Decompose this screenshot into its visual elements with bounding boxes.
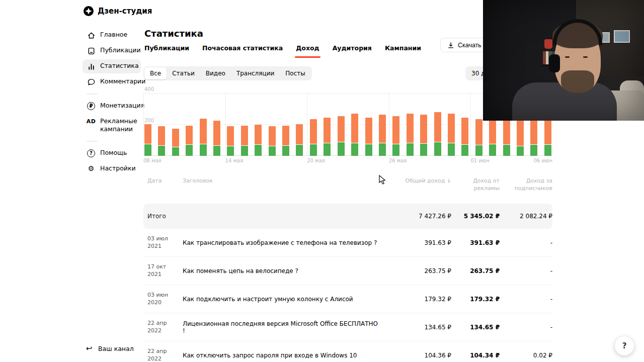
- sidebar-item-monetization[interactable]: ₽ Монетизация: [83, 99, 141, 113]
- income-table: Дата Заголовок Общий доход ↓ Доход от ре…: [143, 177, 552, 362]
- sidebar-item-your-channel[interactable]: ↩ Ваш канал: [85, 344, 134, 353]
- sidebar-item-label: Статистика: [100, 62, 139, 70]
- chart-bar[interactable]: [392, 93, 399, 156]
- bar-segment-subscriber-income: [475, 145, 482, 156]
- sidebar-item-main[interactable]: Главное: [83, 28, 141, 42]
- total-ad-income: 5 345.02 ₽: [451, 213, 500, 220]
- x-tick: 14 мая: [225, 158, 244, 163]
- bar-segment-subscriber-income: [172, 147, 179, 156]
- tab-hourly-stats[interactable]: Почасовая статистика: [202, 44, 283, 58]
- tab-audience[interactable]: Аудитория: [333, 44, 372, 58]
- filter-posts[interactable]: Посты: [280, 67, 310, 79]
- chart-bar[interactable]: [186, 93, 193, 156]
- table-row[interactable]: 03 июл2021 Как транслировать изображение…: [143, 229, 552, 257]
- bar-segment-subscriber-income: [420, 144, 427, 156]
- comments-icon: [87, 77, 96, 86]
- col-header-total-income-sort[interactable]: Общий доход ↓: [391, 177, 451, 185]
- bar-segment-subscriber-income: [544, 145, 551, 156]
- filter-streams[interactable]: Трансляции: [231, 67, 280, 79]
- table-row[interactable]: 17 окт2021 Как поменять цепь на велосипе…: [143, 257, 552, 285]
- filter-all[interactable]: Все: [144, 67, 167, 79]
- zen-logo-icon: [84, 6, 94, 16]
- help-icon: ?: [87, 149, 96, 158]
- chart-bar[interactable]: [144, 93, 151, 156]
- chart-bar[interactable]: [241, 93, 248, 156]
- sidebar-item-ad-campaigns[interactable]: AD Рекламные кампании: [83, 115, 141, 136]
- chart-bar[interactable]: [324, 93, 331, 156]
- table-row[interactable]: 22 апр2022 Как отключить запрос пароля п…: [143, 341, 552, 362]
- sidebar-item-publications[interactable]: Публикации: [83, 44, 141, 58]
- filter-articles[interactable]: Статьи: [167, 67, 200, 79]
- table-row[interactable]: 03 июн2020 Как подключить и настроит умн…: [143, 285, 552, 313]
- sidebar-item-help[interactable]: ? Помощь: [83, 146, 141, 160]
- bar-segment-subscriber-income: [434, 142, 441, 156]
- cell-total: 391.63 ₽: [391, 239, 451, 246]
- bar-segment-subscriber-income: [503, 145, 510, 156]
- sidebar-item-label: Рекламные кампании: [100, 117, 137, 134]
- cell-date: 03 июл2021: [147, 235, 183, 250]
- chart-bar[interactable]: [200, 93, 207, 156]
- bar-segment-subscriber-income: [530, 145, 537, 156]
- tab-publications[interactable]: Публикации: [144, 44, 189, 58]
- chart-bar[interactable]: [420, 93, 427, 156]
- chart-bar[interactable]: [379, 93, 386, 156]
- chart-bar[interactable]: [475, 93, 482, 156]
- col-header-ad-income[interactable]: Доход от рекламы: [451, 177, 500, 193]
- bar-segment-ad-income: [227, 126, 234, 146]
- bar-segment-ad-income: [200, 119, 207, 144]
- webcam-vignette: [483, 0, 644, 121]
- bar-segment-ad-income: [296, 124, 303, 145]
- bar-segment-subscriber-income: [338, 142, 345, 156]
- sidebar-item-comments[interactable]: Комментарии: [83, 75, 141, 89]
- chart-bar[interactable]: [227, 93, 234, 156]
- tab-income[interactable]: Доход: [296, 44, 319, 58]
- chart-bar[interactable]: [365, 93, 372, 156]
- bar-segment-subscriber-income: [448, 143, 455, 156]
- sidebar-item-statistics[interactable]: Статистика: [83, 59, 141, 73]
- publications-icon: [87, 46, 96, 55]
- bar-segment-ad-income: [503, 118, 510, 144]
- col-header-date: Дата: [147, 177, 183, 185]
- col-header-subscriber-income[interactable]: Доход за подписчиков: [500, 177, 552, 193]
- cell-title: Как транслировать изображение с телефона…: [183, 239, 391, 246]
- chart-bar[interactable]: [434, 93, 441, 156]
- chart-bar[interactable]: [158, 93, 165, 156]
- bar-segment-subscriber-income: [324, 143, 331, 156]
- table-row[interactable]: 22 апр2022 Лицензионная последняя версия…: [143, 313, 552, 341]
- cell-date: 03 июн2020: [147, 292, 183, 307]
- app-title: Дзен-студия: [98, 7, 152, 16]
- chart-bar[interactable]: [213, 93, 220, 156]
- bar-segment-ad-income: [213, 121, 220, 145]
- chart-bar[interactable]: [351, 93, 358, 156]
- bar-segment-ad-income: [310, 119, 317, 143]
- chart-bar[interactable]: [282, 93, 289, 156]
- chart-bar[interactable]: [407, 93, 414, 156]
- chart-bar[interactable]: [172, 93, 179, 156]
- chart-bar[interactable]: [338, 93, 345, 156]
- bar-segment-subscriber-income: [200, 144, 207, 156]
- cell-ads: 104.34 ₽: [451, 352, 500, 359]
- chart-bar[interactable]: [296, 93, 303, 156]
- gridline-week: [143, 93, 144, 156]
- table-header-row: Дата Заголовок Общий доход ↓ Доход от ре…: [143, 177, 552, 204]
- app-logo[interactable]: Дзен-студия: [84, 6, 141, 16]
- cell-subs: 0.02 ₽: [500, 352, 552, 359]
- chart-bar[interactable]: [448, 93, 455, 156]
- chart-bar[interactable]: [255, 93, 262, 156]
- sidebar-item-settings[interactable]: ⚙ Настройки: [83, 162, 141, 176]
- page-title: Статистика: [144, 28, 203, 39]
- bar-segment-ad-income: [475, 119, 482, 145]
- bar-segment-subscriber-income: [213, 146, 220, 156]
- sidebar: Дзен-студия Главное Публикации Статистик…: [83, 6, 141, 177]
- back-arrow-icon: ↩: [85, 344, 94, 353]
- webcam-overlay: [483, 0, 644, 121]
- chart-bar[interactable]: [310, 93, 317, 156]
- bar-segment-ad-income: [172, 129, 179, 147]
- bar-segment-ad-income: [241, 126, 248, 145]
- chart-bar[interactable]: [461, 93, 468, 156]
- chart-bar[interactable]: [269, 93, 276, 156]
- help-floating-button[interactable]: ?: [615, 336, 634, 355]
- tab-campaigns[interactable]: Кампании: [385, 44, 421, 58]
- filter-videos[interactable]: Видео: [200, 67, 231, 79]
- x-tick: 08 мая: [143, 158, 162, 163]
